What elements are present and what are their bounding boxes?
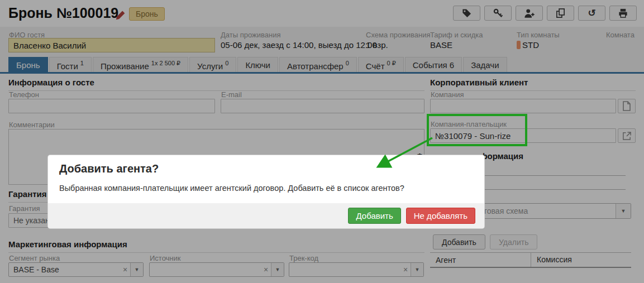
dialog-title: Добавить агента?	[48, 155, 484, 175]
dialog-cancel-button[interactable]: Не добавлять	[406, 208, 475, 224]
dialog-confirm-button[interactable]: Добавить	[348, 208, 400, 224]
dialog-footer: Добавить Не добавлять	[48, 203, 484, 228]
modal-backdrop	[0, 0, 644, 283]
booking-page: Бронь №100019 Бронь	[0, 0, 644, 283]
add-agent-dialog: Добавить агента? Выбранная компания-плат…	[47, 155, 485, 229]
dialog-message: Выбранная компания-плательщик имеет аген…	[48, 175, 484, 203]
